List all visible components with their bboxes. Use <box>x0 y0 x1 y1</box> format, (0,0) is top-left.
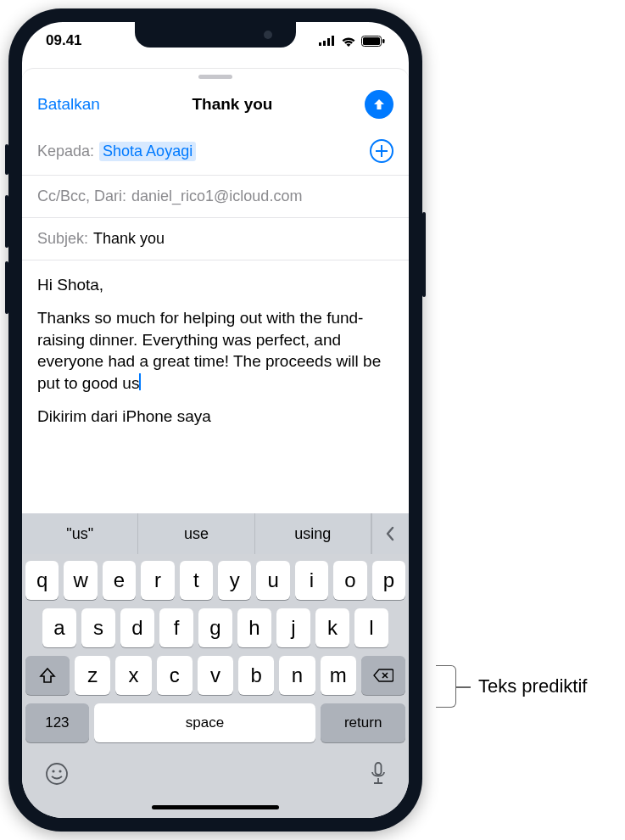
predictive-collapse-button[interactable] <box>371 513 409 554</box>
side-button-silence <box>5 144 8 175</box>
key-g[interactable]: g <box>198 608 232 647</box>
dictation-button[interactable] <box>370 762 387 789</box>
key-k[interactable]: k <box>315 608 349 647</box>
notch <box>135 22 296 48</box>
subject-label: Subjek: <box>37 230 88 248</box>
subject-value: Thank you <box>93 230 165 248</box>
email-body[interactable]: Hi Shota, Thanks so much for helping out… <box>22 260 409 513</box>
backspace-key[interactable] <box>361 656 405 695</box>
callout-label: Teks prediktif <box>478 675 587 697</box>
key-s[interactable]: s <box>81 608 115 647</box>
key-y[interactable]: y <box>218 561 251 600</box>
key-o[interactable]: o <box>333 561 366 600</box>
emoji-icon <box>44 761 70 787</box>
body-paragraph: Thanks so much for helping out with the … <box>37 307 393 394</box>
svg-rect-0 <box>319 42 321 46</box>
side-button-volume-down <box>5 261 8 314</box>
keyboard: "us" use using qwertyuiop asdfghjkl zxcv… <box>22 513 409 818</box>
key-t[interactable]: t <box>180 561 213 600</box>
plus-icon <box>375 144 388 158</box>
space-key[interactable]: space <box>94 703 316 742</box>
wifi-icon <box>341 36 356 47</box>
cc-bcc-from-field[interactable]: Cc/Bcc, Dari: daniel_rico1@icloud.com <box>22 176 409 218</box>
return-key[interactable]: return <box>321 703 405 742</box>
subject-field[interactable]: Subjek: Thank you <box>22 218 409 260</box>
key-f[interactable]: f <box>159 608 193 647</box>
recipient-chip[interactable]: Shota Aoyagi <box>99 142 196 161</box>
arrow-up-icon <box>371 97 387 112</box>
key-d[interactable]: d <box>120 608 154 647</box>
send-button[interactable] <box>365 90 393 119</box>
key-i[interactable]: i <box>295 561 328 600</box>
key-h[interactable]: h <box>237 608 271 647</box>
callout-bracket <box>436 665 456 708</box>
key-e[interactable]: e <box>103 561 136 600</box>
key-u[interactable]: u <box>256 561 289 600</box>
cc-bcc-from-label: Cc/Bcc, Dari: <box>37 188 126 205</box>
key-c[interactable]: c <box>157 656 193 695</box>
shift-icon <box>39 667 56 684</box>
key-b[interactable]: b <box>238 656 274 695</box>
phone-frame: 09.41 Batalkan Thank you <box>8 8 422 832</box>
from-address: daniel_rico1@icloud.com <box>131 188 302 205</box>
predictive-suggestion-3[interactable]: using <box>255 513 371 554</box>
svg-point-7 <box>47 764 67 784</box>
status-time: 09.41 <box>46 32 82 49</box>
side-button-power <box>422 212 426 297</box>
body-greeting: Hi Shota, <box>37 274 393 295</box>
battery-icon <box>361 36 385 47</box>
svg-rect-10 <box>376 763 382 775</box>
backspace-icon <box>373 668 393 683</box>
svg-rect-3 <box>332 36 334 46</box>
key-a[interactable]: a <box>42 608 76 647</box>
chevron-left-icon <box>385 526 395 541</box>
sheet-grip[interactable] <box>22 68 409 85</box>
svg-rect-6 <box>382 39 385 43</box>
text-cursor <box>139 373 141 390</box>
key-n[interactable]: n <box>279 656 315 695</box>
compose-title: Thank you <box>192 95 272 114</box>
shift-key[interactable] <box>25 656 70 695</box>
predictive-suggestion-1[interactable]: "us" <box>22 513 138 554</box>
emoji-button[interactable] <box>44 761 70 790</box>
microphone-icon <box>370 762 387 786</box>
key-z[interactable]: z <box>75 656 110 695</box>
key-x[interactable]: x <box>115 656 151 695</box>
to-field[interactable]: Shota Aoyagi <box>99 142 365 161</box>
cancel-button[interactable]: Batalkan <box>37 95 100 114</box>
svg-point-9 <box>59 770 61 772</box>
key-q[interactable]: q <box>25 561 59 600</box>
key-r[interactable]: r <box>141 561 174 600</box>
phone-screen: 09.41 Batalkan Thank you <box>22 22 409 818</box>
add-recipient-button[interactable] <box>370 139 393 163</box>
home-indicator[interactable] <box>152 805 279 809</box>
predictive-suggestion-2[interactable]: use <box>138 513 254 554</box>
svg-rect-5 <box>363 37 380 45</box>
key-l[interactable]: l <box>354 608 388 647</box>
key-v[interactable]: v <box>198 656 233 695</box>
body-signature: Dikirim dari iPhone saya <box>37 406 393 427</box>
to-label: Kepada: <box>37 143 94 160</box>
svg-rect-1 <box>323 41 326 46</box>
side-button-volume-up <box>5 195 8 248</box>
key-j[interactable]: j <box>276 608 310 647</box>
callout: Teks prediktif <box>436 665 587 708</box>
number-key[interactable]: 123 <box>25 703 89 742</box>
key-w[interactable]: w <box>64 561 97 600</box>
predictive-text-bar: "us" use using <box>22 513 409 554</box>
signal-icon <box>319 36 336 46</box>
svg-rect-2 <box>327 38 330 46</box>
svg-point-8 <box>52 770 54 772</box>
key-m[interactable]: m <box>321 656 356 695</box>
key-p[interactable]: p <box>372 561 405 600</box>
